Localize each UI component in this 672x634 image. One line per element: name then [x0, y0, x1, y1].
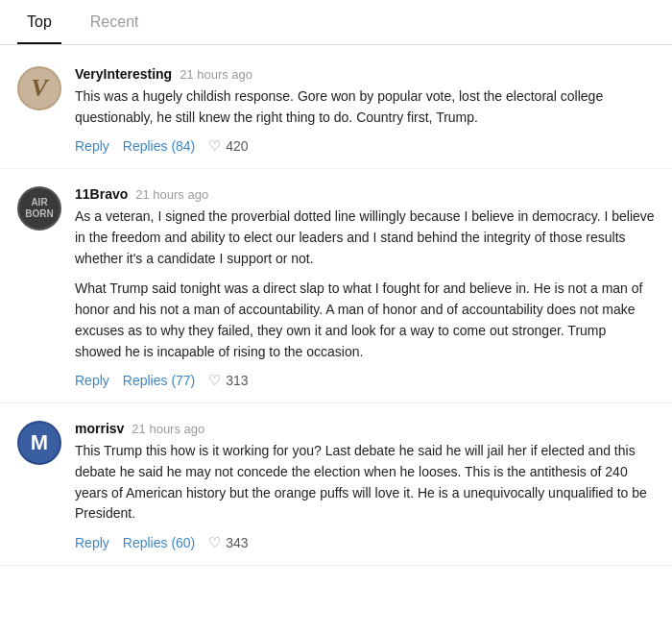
comment-body: 11Bravo 21 hours ago As a veteran, I sig…	[75, 186, 655, 389]
comment-item: M morrisv 21 hours ago This Trump this h…	[0, 403, 672, 566]
replies-button[interactable]: Replies (77)	[123, 373, 195, 388]
comment-time: 21 hours ago	[180, 67, 252, 82]
comment-item: V VeryInteresting 21 hours ago This was …	[0, 49, 672, 169]
avatar-label: AIRBORN	[25, 197, 53, 220]
likes-count: 420	[226, 138, 248, 154]
heart-icon: ♡	[208, 137, 221, 155]
avatar: AIRBORN	[17, 186, 61, 231]
comments-list: V VeryInteresting 21 hours ago This was …	[0, 49, 672, 566]
reply-button[interactable]: Reply	[75, 373, 109, 388]
comment-actions: Reply Replies (84) ♡ 420	[75, 137, 655, 155]
comment-actions: Reply Replies (77) ♡ 313	[75, 372, 655, 389]
likes-count: 343	[226, 535, 248, 550]
comment-body: morrisv 21 hours ago This Trump this how…	[75, 421, 655, 551]
comment-header: VeryInteresting 21 hours ago	[75, 66, 655, 82]
comment-actions: Reply Replies (60) ♡ 343	[75, 534, 655, 551]
comment-author: 11Bravo	[75, 186, 128, 202]
comment-text: As a veteran, I signed the proverbial do…	[75, 207, 655, 362]
comment-time: 21 hours ago	[135, 187, 208, 202]
comment-body: VeryInteresting 21 hours ago This was a …	[75, 66, 655, 155]
avatar: V	[17, 66, 61, 110]
replies-button[interactable]: Replies (84)	[123, 138, 195, 154]
tab-recent[interactable]: Recent	[81, 0, 149, 44]
avatar-letter: V	[31, 74, 47, 103]
avatar-letter: M	[31, 430, 48, 455]
comment-time: 21 hours ago	[132, 422, 204, 436]
likes-count: 313	[226, 373, 248, 388]
likes-button[interactable]: ♡ 313	[208, 372, 248, 389]
tabs-bar: Top Recent	[0, 0, 672, 45]
tab-top[interactable]: Top	[17, 0, 61, 44]
comment-header: 11Bravo 21 hours ago	[75, 186, 655, 202]
comment-author: VeryInteresting	[75, 66, 172, 82]
avatar: M	[17, 421, 61, 465]
heart-icon: ♡	[208, 534, 221, 551]
heart-icon: ♡	[208, 372, 221, 389]
replies-button[interactable]: Replies (60)	[123, 535, 195, 550]
comment-item: AIRBORN 11Bravo 21 hours ago As a vetera…	[0, 169, 672, 403]
reply-button[interactable]: Reply	[75, 535, 109, 550]
likes-button[interactable]: ♡ 420	[208, 137, 248, 155]
reply-button[interactable]: Reply	[75, 138, 109, 154]
comment-text: This was a hugely childish response. Gor…	[75, 86, 655, 128]
comment-text: This Trump this how is it working for yo…	[75, 441, 655, 524]
comment-header: morrisv 21 hours ago	[75, 421, 655, 436]
comment-author: morrisv	[75, 421, 124, 436]
likes-button[interactable]: ♡ 343	[208, 534, 248, 551]
